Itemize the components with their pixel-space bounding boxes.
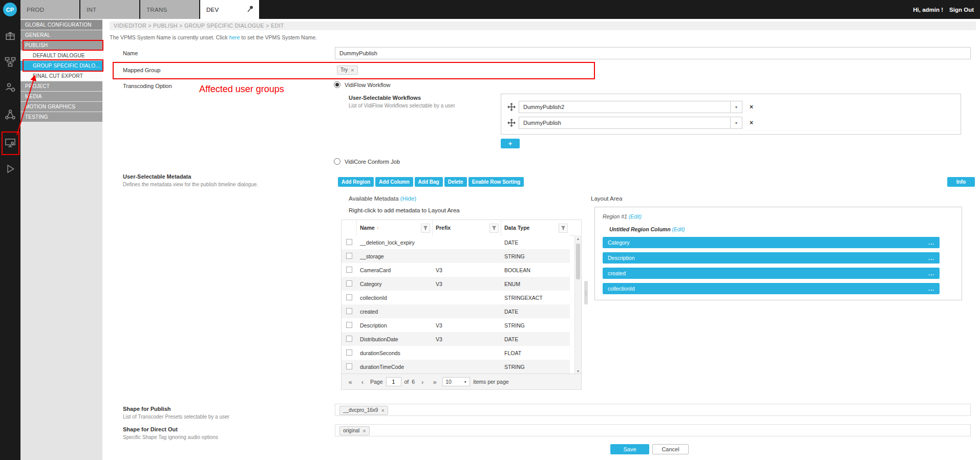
remove-tag-icon[interactable]: × bbox=[363, 428, 366, 434]
layout-item[interactable]: collectionId ... bbox=[603, 283, 940, 294]
tab-trans[interactable]: TRANS bbox=[140, 0, 200, 19]
table-row[interactable]: Category V3 ENUM bbox=[342, 277, 570, 291]
layout-item[interactable]: Description ... bbox=[603, 252, 940, 264]
nav-item-default-dialogue[interactable]: DEFAULT DIALOGUE bbox=[20, 51, 102, 60]
page-size-select[interactable]: 10 ▼ bbox=[442, 377, 470, 386]
table-row[interactable]: durationSeconds FLOAT bbox=[342, 346, 570, 360]
delete-button[interactable]: Delete bbox=[444, 177, 467, 187]
item-menu-icon[interactable]: ... bbox=[928, 286, 934, 292]
nav-item-motion-graphics[interactable]: MOTION GRAPHICS bbox=[20, 102, 102, 112]
pager-prev-icon[interactable]: ‹ bbox=[358, 377, 367, 386]
table-row[interactable]: __deletion_lock_expiry DATE bbox=[342, 235, 570, 250]
workflows-subtitle: List of VidiFlow Workflows selectable by… bbox=[349, 103, 455, 108]
cancel-button[interactable]: Cancel bbox=[652, 444, 689, 454]
table-row[interactable]: Description V3 STRING bbox=[342, 318, 570, 333]
hide-link[interactable]: (Hide) bbox=[400, 195, 416, 202]
nav-item-final-cut-export[interactable]: FINAL CUT EXPORT bbox=[20, 71, 102, 81]
remove-workflow-icon[interactable]: × bbox=[750, 119, 753, 126]
nav-item-project[interactable]: PROJECT bbox=[20, 81, 102, 91]
table-scrollbar[interactable]: ▲ ▼ bbox=[574, 235, 581, 374]
add-workflow-button[interactable]: + bbox=[501, 139, 520, 148]
row-checkbox[interactable] bbox=[346, 267, 352, 273]
add-bag-button[interactable]: Add Bag bbox=[415, 177, 443, 187]
drag-handle-icon[interactable] bbox=[506, 118, 517, 128]
workflow-select[interactable]: DummyPublish2 ▼ bbox=[519, 101, 742, 113]
filter-icon[interactable] bbox=[559, 224, 568, 233]
nav-item-group-specific-dialogue[interactable]: GROUP SPECIFIC DIALO... bbox=[20, 61, 102, 71]
table-row[interactable]: collectionId STRINGEXACT bbox=[342, 291, 570, 305]
pager-next-icon[interactable]: › bbox=[418, 377, 427, 386]
shape-publish-input[interactable]: __dvcpro_16x9 × bbox=[335, 404, 971, 416]
workflow-select[interactable]: DummyPublish ▼ bbox=[519, 117, 742, 129]
row-checkbox[interactable] bbox=[346, 308, 352, 314]
table-header-datatype[interactable]: Data Type bbox=[501, 220, 570, 235]
breadcrumb: VIDIEDITOR > PUBLISH > GROUP SPECIFIC DI… bbox=[110, 21, 976, 30]
play-icon[interactable] bbox=[4, 163, 16, 175]
shape-direct-input[interactable]: original × bbox=[335, 424, 971, 436]
nav-item-testing[interactable]: TESTING bbox=[20, 112, 102, 122]
shape-direct-subtitle: Specific Shape Tag ignoring audio option… bbox=[123, 434, 218, 440]
pager-last-icon[interactable]: » bbox=[430, 377, 439, 386]
tab-int[interactable]: INT bbox=[80, 0, 140, 19]
add-region-button[interactable]: Add Region bbox=[338, 177, 374, 187]
cp-logo[interactable]: CP bbox=[3, 3, 17, 16]
region-edit-link[interactable]: (Edit) bbox=[629, 213, 642, 220]
remove-workflow-icon[interactable]: × bbox=[750, 103, 753, 111]
item-menu-icon[interactable]: ... bbox=[928, 270, 934, 276]
tab-dev[interactable]: DEV bbox=[200, 0, 260, 19]
item-menu-icon[interactable]: ... bbox=[928, 255, 934, 261]
drag-handle-icon[interactable] bbox=[506, 102, 517, 112]
row-checkbox[interactable] bbox=[346, 253, 352, 259]
enable-row-sorting-button[interactable]: Enable Row Sorting bbox=[468, 177, 524, 187]
row-checkbox[interactable] bbox=[346, 322, 352, 328]
chevron-down-icon[interactable]: ▼ bbox=[730, 117, 742, 128]
add-column-button[interactable]: Add Column bbox=[375, 177, 413, 187]
pager-first-icon[interactable]: « bbox=[346, 377, 355, 386]
screen: CP PROD INT TRANS DEV Hi, admin ! Sign O… bbox=[0, 0, 980, 460]
chevron-down-icon[interactable]: ▼ bbox=[730, 101, 742, 113]
sign-out-link[interactable]: Sign Out bbox=[949, 7, 974, 13]
table-header-name[interactable]: Name ↑ bbox=[357, 220, 433, 235]
row-checkbox[interactable] bbox=[346, 363, 352, 369]
remove-tag-icon[interactable]: × bbox=[381, 408, 384, 413]
scrollbar-thumb[interactable] bbox=[576, 244, 580, 279]
row-checkbox[interactable] bbox=[346, 294, 352, 300]
vpms-here-link[interactable]: here bbox=[229, 34, 240, 40]
hierarchy-icon[interactable] bbox=[4, 108, 16, 121]
row-checkbox[interactable] bbox=[346, 336, 352, 342]
nav-item-general[interactable]: GENERAL bbox=[20, 30, 102, 40]
nav-item-media[interactable]: MEDIA bbox=[20, 92, 102, 101]
table-row[interactable]: durationTimeCode STRING bbox=[342, 360, 570, 374]
table-row[interactable]: CameraCard V3 BOOLEAN bbox=[342, 263, 570, 277]
vidiflow-workflow-radio[interactable] bbox=[334, 81, 340, 88]
table-row[interactable]: created DATE bbox=[342, 304, 570, 319]
filter-icon[interactable] bbox=[489, 224, 499, 233]
tab-prod[interactable]: PROD bbox=[20, 0, 80, 19]
table-row[interactable]: __storage STRING bbox=[342, 249, 570, 264]
user-settings-icon[interactable] bbox=[4, 81, 16, 94]
save-button[interactable]: Save bbox=[610, 444, 649, 454]
table-header-prefix[interactable]: Prefix bbox=[433, 220, 501, 235]
row-checkbox[interactable] bbox=[346, 349, 352, 356]
page-number-input[interactable] bbox=[386, 377, 401, 386]
panel-splitter[interactable]: ⋮ bbox=[584, 281, 588, 304]
editor-settings-icon[interactable] bbox=[4, 137, 16, 149]
info-button[interactable]: Info bbox=[947, 177, 975, 187]
nav-header-global-configuration[interactable]: GLOBAL CONFIGURATION bbox=[20, 20, 102, 30]
remove-tag-icon[interactable]: × bbox=[351, 68, 354, 73]
package-icon[interactable] bbox=[4, 30, 16, 42]
table-row[interactable]: DistributionDate V3 DATE bbox=[342, 332, 570, 346]
name-input[interactable] bbox=[335, 47, 971, 59]
item-menu-icon[interactable]: ... bbox=[928, 239, 934, 246]
pin-icon[interactable] bbox=[246, 5, 254, 14]
workflow-icon[interactable] bbox=[4, 56, 16, 68]
vidicore-conform-radio[interactable] bbox=[334, 158, 340, 165]
row-checkbox[interactable] bbox=[346, 280, 352, 287]
filter-icon[interactable] bbox=[421, 224, 430, 233]
layout-item[interactable]: created ... bbox=[603, 268, 940, 279]
row-checkbox[interactable] bbox=[346, 239, 352, 245]
scroll-up-icon[interactable]: ▲ bbox=[575, 235, 581, 242]
nav-item-publish[interactable]: PUBLISH bbox=[20, 40, 102, 50]
layout-item[interactable]: Category ... bbox=[603, 237, 940, 248]
column-edit-link[interactable]: (Edit) bbox=[672, 226, 685, 232]
